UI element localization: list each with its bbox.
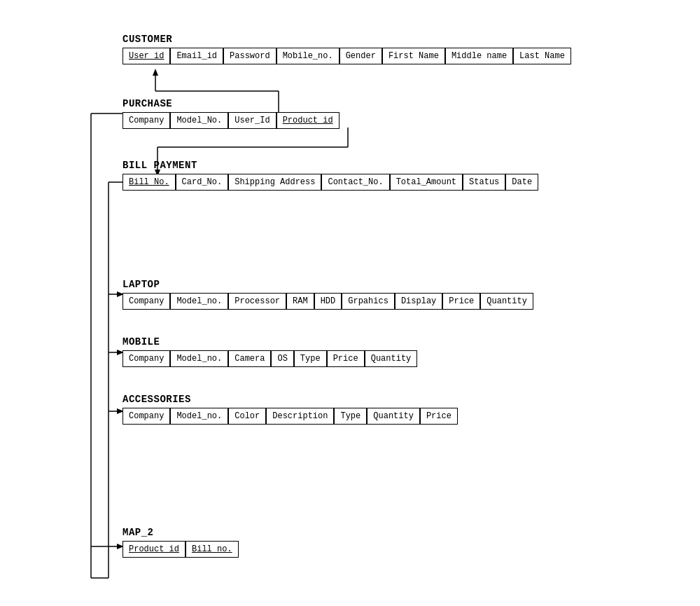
accessories-field-price: Price (420, 408, 458, 425)
map2-title: MAP_2 (122, 527, 239, 538)
diagram-container: CUSTOMER User_id Email_id Password Mobil… (0, 0, 700, 606)
map2-entity: MAP_2 Product_id Bill_no. (122, 527, 239, 558)
mobile-field-modelno: Model_no. (170, 350, 228, 367)
accessories-field-description: Description (266, 408, 334, 425)
laptop-entity: LAPTOP Company Model_no. Processor RAM H… (122, 279, 533, 310)
customer-field-password: Password (223, 48, 276, 64)
laptop-field-graphics: Grpahics (342, 293, 395, 310)
laptop-field-ram: RAM (286, 293, 314, 310)
customer-field-lastname: Last Name (513, 48, 571, 64)
map2-field-productid: Product_id (122, 541, 186, 558)
map2-field-billno: Bill_no. (186, 541, 239, 558)
purchase-field-company: Company (122, 112, 170, 129)
purchase-title: PURCHASE (122, 98, 340, 109)
mobile-field-price: Price (327, 350, 365, 367)
svg-marker-3 (153, 69, 158, 76)
customer-title: CUSTOMER (122, 34, 571, 45)
customer-field-middlename: Middle name (445, 48, 513, 64)
customer-field-firstname: First Name (382, 48, 445, 64)
map2-fields: Product_id Bill_no. (122, 541, 239, 558)
purchase-entity: PURCHASE Company Model_No. User_Id Produ… (122, 98, 340, 129)
billpayment-field-contactno: Contact_No. (321, 174, 389, 191)
laptop-field-processor: Processor (228, 293, 286, 310)
laptop-field-display: Display (395, 293, 442, 310)
billpayment-field-shippingaddr: Shipping Address (228, 174, 321, 191)
laptop-fields: Company Model_no. Processor RAM HDD Grpa… (122, 293, 533, 310)
accessories-fields: Company Model_no. Color Description Type… (122, 408, 458, 425)
laptop-field-quantity: Quantity (480, 293, 533, 310)
mobile-field-os: OS (271, 350, 293, 367)
customer-fields: User_id Email_id Password Mobile_no. Gen… (122, 48, 571, 64)
billpayment-field-billno: Bill_No. (122, 174, 176, 191)
billpayment-field-cardno: Card_No. (176, 174, 229, 191)
accessories-field-modelno: Model_no. (170, 408, 228, 425)
billpayment-field-status: Status (463, 174, 505, 191)
billpayment-fields: Bill_No. Card_No. Shipping Address Conta… (122, 174, 538, 191)
accessories-field-color: Color (228, 408, 266, 425)
laptop-field-price: Price (442, 293, 480, 310)
mobile-title: MOBILE (122, 336, 417, 347)
purchase-field-productid: Product_id (276, 112, 340, 129)
mobile-fields: Company Model_no. Camera OS Type Price Q… (122, 350, 417, 367)
mobile-field-camera: Camera (228, 350, 271, 367)
accessories-field-type: Type (334, 408, 367, 425)
billpayment-entity: BILL PAYMENT Bill_No. Card_No. Shipping … (122, 160, 538, 191)
billpayment-field-totalamount: Total_Amount (390, 174, 463, 191)
laptop-field-hdd: HDD (314, 293, 342, 310)
billpayment-title: BILL PAYMENT (122, 160, 538, 171)
billpayment-field-date: Date (505, 174, 538, 191)
purchase-field-modelno: Model_No. (170, 112, 228, 129)
mobile-field-company: Company (122, 350, 170, 367)
mobile-field-quantity: Quantity (365, 350, 418, 367)
customer-field-mobileno: Mobile_no. (276, 48, 340, 64)
purchase-fields: Company Model_No. User_Id Product_id (122, 112, 340, 129)
purchase-field-userid: User_Id (228, 112, 276, 129)
laptop-field-company: Company (122, 293, 170, 310)
laptop-title: LAPTOP (122, 279, 533, 290)
accessories-title: ACCESSORIES (122, 394, 458, 405)
accessories-field-company: Company (122, 408, 170, 425)
mobile-field-type: Type (294, 350, 327, 367)
customer-field-gender: Gender (340, 48, 382, 64)
customer-field-userid: User_id (122, 48, 170, 64)
customer-field-emailid: Email_id (170, 48, 223, 64)
accessories-entity: ACCESSORIES Company Model_no. Color Desc… (122, 394, 458, 425)
laptop-field-modelno: Model_no. (170, 293, 228, 310)
accessories-field-quantity: Quantity (367, 408, 420, 425)
mobile-entity: MOBILE Company Model_no. Camera OS Type … (122, 336, 417, 367)
customer-entity: CUSTOMER User_id Email_id Password Mobil… (122, 34, 571, 64)
